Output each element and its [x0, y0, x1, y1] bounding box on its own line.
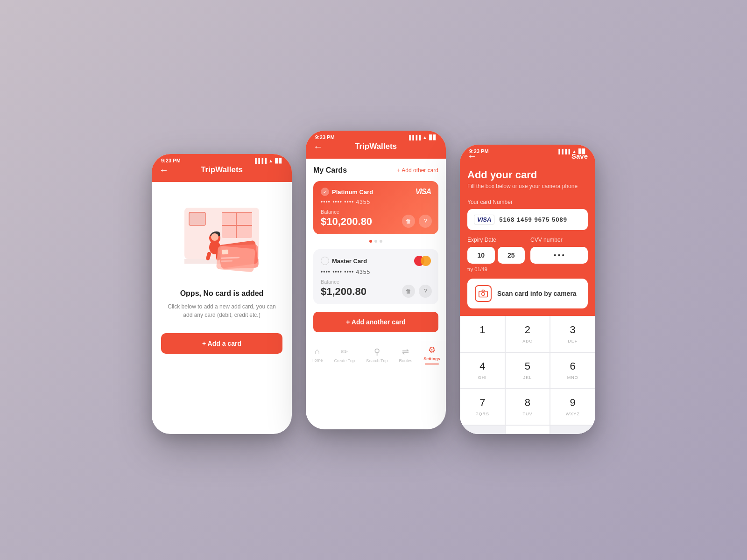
visa-logo-1: VISA [416, 188, 431, 196]
dot-1 [369, 240, 372, 243]
card-name-row-1: ✓ Platinum Card [321, 188, 373, 196]
info-card-2[interactable]: ? [419, 285, 432, 298]
card-check-active: ✓ [321, 188, 329, 196]
nav-routes-label: Routes [399, 358, 413, 363]
time-1: 9:23 PM [161, 158, 181, 163]
expiry-year[interactable]: 25 [498, 247, 525, 264]
balance-label-1: Balance [321, 209, 431, 215]
delete-card-2[interactable]: 🗑 [402, 285, 415, 298]
create-trip-icon: ✏ [341, 347, 348, 357]
my-cards-header: My Cards + Add other card [313, 166, 438, 175]
card-number-label: Your card Number [467, 199, 588, 205]
info-card-1[interactable]: ? [419, 215, 432, 228]
card-illustration [175, 196, 268, 280]
card-number-field[interactable]: VISA 5168 1459 9675 5089 [467, 209, 588, 230]
add-card-button[interactable]: + Add a card [161, 333, 282, 354]
camera-icon [475, 285, 492, 302]
scan-camera-button[interactable]: Scan card info by camera [467, 279, 588, 308]
app-title-2: TripWallets [355, 142, 397, 151]
status-bar-2: 9:23 PM ▐▐▐▐ ▲ ▊▊ [306, 131, 446, 142]
numpad-key-1[interactable]: 1 [460, 316, 505, 352]
card-number-display: 5168 1459 9675 5089 [499, 216, 567, 223]
svg-rect-15 [222, 250, 228, 254]
cvv-section: CVV number • • • [530, 237, 588, 264]
numpad-key-9[interactable]: 9WXYZ [550, 389, 595, 425]
add-another-button[interactable]: + Add another card [313, 312, 438, 332]
card-number-1: •••• •••• •••• 4355 [321, 199, 431, 205]
numpad-key-8[interactable]: 8TUV [505, 389, 550, 425]
settings-icon: ⚙ [428, 345, 436, 355]
save-button[interactable]: Save [571, 152, 588, 160]
empty-desc: Click below to add a new add card, you c… [161, 302, 282, 319]
header-bar-1: ← TripWallets [152, 165, 292, 182]
my-cards-body: My Cards + Add other card ✓ Platinum Car… [306, 159, 446, 340]
empty-state-body: Opps, No card is added Click below to ad… [152, 182, 292, 363]
numpad-key-3[interactable]: 3DEF [550, 316, 595, 352]
header-bar-2: ← TripWallets [306, 142, 446, 159]
svg-point-20 [482, 293, 485, 296]
card-platinum[interactable]: ✓ Platinum Card VISA •••• •••• •••• 4355… [313, 181, 438, 234]
try-hint: try 01/49 [467, 266, 588, 272]
expiry-label: Expiry Date [467, 237, 525, 243]
phone-add-card: 9:23 PM ▐▐▐▐ ▲ ▊▊ ← Save Add your card F… [460, 145, 595, 434]
mastercard-logo [414, 256, 431, 266]
nav-settings[interactable]: ⚙ Settings [423, 345, 440, 364]
nav-search-trip[interactable]: ⚲ Search Trip [366, 347, 388, 363]
svg-rect-4 [222, 225, 252, 226]
phone-empty-state: 9:23 PM ▐▐▐▐ ▲ ▊▊ ← TripWallets [152, 154, 292, 434]
card-actions-2: 🗑 ? [402, 285, 432, 298]
card-name-1: Platinum Card [332, 189, 373, 196]
nav-routes[interactable]: ⇌ Routes [399, 347, 413, 363]
numpad-key-⌫[interactable]: ⌫ [550, 425, 595, 434]
delete-card-1[interactable]: 🗑 [402, 215, 415, 228]
empty-title: Opps, No card is added [180, 289, 264, 298]
numpad-key-+*#[interactable]: +*# [460, 425, 505, 434]
card-name-row-2: Master Card [321, 257, 367, 265]
nav-home-label: Home [311, 358, 323, 363]
back-button-3[interactable]: ← [467, 151, 477, 161]
balance-label-2: Balance [321, 279, 431, 285]
phone-my-cards: 9:23 PM ▐▐▐▐ ▲ ▊▊ ← TripWallets My Cards… [306, 131, 446, 429]
time-2: 9:23 PM [315, 134, 335, 140]
card-dots [313, 240, 438, 243]
numpad-key-4[interactable]: 4GHI [460, 352, 505, 389]
add-card-title: Add your card [467, 169, 588, 181]
cvv-field[interactable]: • • • [530, 247, 588, 264]
nav-create-trip[interactable]: ✏ Create Trip [334, 347, 355, 363]
numpad-key-0[interactable]: 0 [505, 425, 550, 434]
status-icons-1: ▐▐▐▐ ▲ ▊▊ [254, 158, 282, 163]
scan-text: Scan card info by camera [497, 290, 577, 297]
expiry-cvv-row: Expiry Date 10 25 CVV number • • • [467, 237, 588, 264]
routes-icon: ⇌ [402, 347, 409, 357]
dot-3 [380, 240, 382, 243]
nav-create-trip-label: Create Trip [334, 358, 355, 363]
back-button-1[interactable]: ← [159, 165, 169, 175]
numpad-key-5[interactable]: 5JKL [505, 352, 550, 389]
nav-home[interactable]: ⌂ Home [311, 347, 323, 363]
back-button-2[interactable]: ← [313, 141, 323, 152]
add-card-header: Add your card Fill the box below or use … [460, 163, 595, 199]
dot-2 [374, 240, 377, 243]
home-icon: ⌂ [315, 347, 320, 357]
card-name-2: Master Card [332, 258, 367, 265]
numpad-key-7[interactable]: 7PQRS [460, 389, 505, 425]
app-title-1: TripWallets [201, 165, 243, 175]
numpad-key-2[interactable]: 2ABC [505, 316, 550, 352]
section-title: My Cards [313, 166, 347, 175]
add-card-subtitle: Fill the box below or use your camera ph… [467, 183, 588, 189]
card-check-inactive [321, 257, 329, 265]
card-master[interactable]: Master Card •••• •••• •••• 4355 Balance … [313, 249, 438, 304]
numpad-key-6[interactable]: 6MNO [550, 352, 595, 389]
add-other-card-link[interactable]: + Add other card [397, 167, 438, 174]
expiry-month[interactable]: 10 [467, 247, 495, 264]
search-trip-icon: ⚲ [374, 347, 380, 357]
nav-search-trip-label: Search Trip [366, 358, 388, 363]
svg-rect-2 [222, 212, 252, 213]
expiry-section: Expiry Date 10 25 [467, 237, 525, 264]
nav-active-indicator [425, 364, 439, 364]
nav-settings-label: Settings [423, 357, 440, 361]
svg-rect-14 [216, 246, 255, 273]
bottom-nav: ⌂ Home ✏ Create Trip ⚲ Search Trip ⇌ Rou… [306, 340, 446, 371]
card-actions-1: 🗑 ? [402, 215, 432, 228]
svg-rect-5 [189, 212, 205, 225]
